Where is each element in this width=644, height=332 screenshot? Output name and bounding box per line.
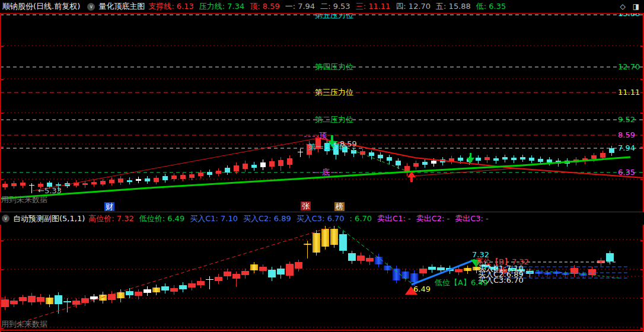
axis-tick [640,79,644,80]
candle-body [588,269,596,275]
indicator-field: 低位价: 6.49 [139,213,184,224]
indicator-field: : 6.70 [350,214,372,223]
panel2-indicator-title: 自动预测副图(5,1,1) [13,213,85,224]
candle-body [535,272,543,274]
price-axis-label: 12.70 [618,63,640,71]
news-tag[interactable]: 榜 [334,202,345,211]
candle-body [597,260,605,263]
news-tag[interactable]: 财 [104,202,114,211]
stock-title: 顺钠股份(日线.前复权) [2,1,80,12]
candle-body [562,273,569,275]
candle-body [591,155,597,159]
candle-body [90,296,98,299]
gridlines-layer [0,0,644,332]
candle-body [437,267,445,270]
chart-annotation: 第二压力位 [315,116,353,123]
candle-body [55,295,62,304]
candle-body [440,159,445,162]
indicator-field: 顶: 8.59 [250,1,279,12]
candle-body [117,292,125,298]
candle-body [520,157,525,159]
indicator-field: 卖出C3: - [455,213,489,224]
candle-body [467,159,472,162]
candle-body [1,299,9,307]
candle-body [544,272,551,274]
candle-body [170,288,178,292]
candle-body [295,262,302,269]
candle-body [56,184,61,186]
candle-body [304,244,311,245]
price-axis-label: 11.11 [618,88,640,96]
candle-body [269,161,275,167]
collapse-panel1-icon[interactable]: ∨ [87,3,95,11]
axis-tick [640,298,644,299]
candle-wick [209,276,210,289]
candle-body [118,178,123,183]
candle-body [241,271,249,275]
candle-body [180,175,186,179]
main-header-bar: 顺钠股份(日线.前复权) ∨ 量化顶底主图 支撑线: 6.13压力线: 7.34… [0,0,644,14]
candle-body [250,264,258,270]
diamond-icon[interactable]: ◇ [620,2,625,11]
candle-body [29,185,34,186]
candle-body [547,159,552,162]
candle-body [396,161,401,165]
indicator-field: 买入C3: 6.70 [297,213,345,224]
candle-body [401,272,409,279]
indicator-field: 高位价: 7.32 [88,213,133,224]
candle-body [145,178,150,181]
candle-body [46,298,53,304]
candle-wick [300,149,301,157]
indicator-field: 一: 7.94 [285,1,315,12]
candle-body [162,176,168,180]
candle-body [232,274,240,279]
candle-body [449,158,454,161]
candle-body [72,301,80,305]
price-axis-label: 7.94 [618,144,635,152]
layout-icon[interactable]: ◨ [633,2,639,11]
news-tag[interactable]: 张 [301,202,311,210]
candle-body [446,268,454,271]
price-axis-label: 8.59 [618,131,635,139]
candle-body [154,178,159,182]
candle-body [37,297,44,302]
candle-body [243,164,248,169]
candle-body [570,268,578,274]
candle-body [251,165,257,168]
axis-tick [0,179,4,180]
chart-annotation: ←5.33 [38,187,62,194]
panel1-indicator-values: 支撑线: 6.13压力线: 7.34顶: 8.59一: 7.94二: 9.53三… [148,1,511,12]
indicator-field: 卖出C1: - [377,213,411,224]
candle-body [197,281,205,285]
candle-wick [67,298,68,312]
candle-body [19,297,27,301]
candle-body [109,180,114,183]
axis-tick [0,113,4,114]
frame-left [0,0,1,332]
indicator-field: 压力线: 7.34 [199,1,244,12]
candle-body [65,183,70,186]
candle-body [82,183,88,185]
candle-body [287,158,292,165]
candle-body [278,160,283,166]
candle-body [502,157,508,159]
candle-body [556,161,561,164]
panel1-indicator-title: 量化顶底主图 [98,1,145,12]
candle-body [63,301,71,302]
axis-tick [0,298,4,299]
axis-tick [640,328,644,329]
candle-body [404,166,410,172]
candle-body [573,159,579,162]
axis-tick [640,240,644,241]
panel2-indicator-values: 高位价: 7.32低位价: 6.49买入C1: 7.10买入C2: 6.89买入… [88,213,494,224]
candle-body [268,270,276,277]
frame-bottom [0,330,644,331]
collapse-panel2-icon[interactable]: ∨ [2,215,9,222]
candle-body [455,269,463,272]
candle-body [369,152,374,156]
axis-tick [640,269,644,270]
candle-body [100,181,106,184]
candle-body [20,183,25,186]
candle-body [126,291,133,295]
candle-body [419,269,427,273]
